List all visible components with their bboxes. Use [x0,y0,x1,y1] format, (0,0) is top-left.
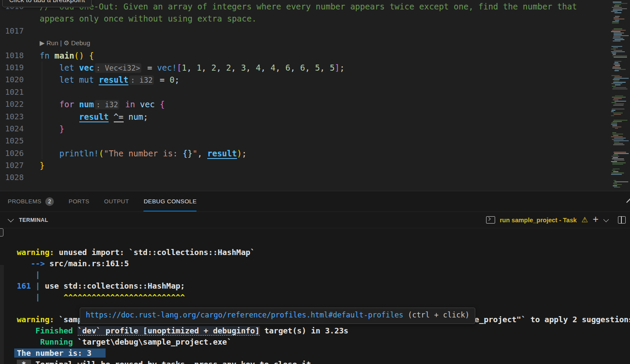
code-token [74,63,79,72]
line-number[interactable]: 1022 [0,98,24,110]
tab-label: PORTS [69,198,89,205]
code-token: ) [237,149,242,158]
chevron-down-icon[interactable] [8,216,14,222]
line-number[interactable]: 1025 [0,135,24,147]
terminal-dropdown-chevron-icon[interactable] [603,217,609,222]
split-terminal-button[interactable] [618,216,626,224]
line-number[interactable]: 1027 [0,159,24,171]
code-line[interactable]: 1026 println!("The number is: {}", resul… [0,147,610,159]
code-line[interactable]: 1020 let mut result: i32 = 0; [0,74,610,86]
minimap[interactable] [610,0,630,191]
code-token: 5 [315,63,320,72]
code-token: ; [143,112,148,121]
line-number[interactable]: 1021 [0,86,24,98]
code-token: 4 [271,63,275,72]
tab-ports[interactable]: PORTS [69,191,89,212]
code-token [17,337,40,346]
code-token: for [59,100,74,109]
code-content[interactable]: fn main() { [40,50,94,62]
code-token: ^^^^^^^^^^^^^^^^^^^^^^^^^^ [63,292,185,302]
line-number[interactable]: 1019 [0,62,24,74]
code-token: num [128,112,143,121]
codelens-run-link[interactable]: ▶ Run [40,39,58,47]
link-url[interactable]: https://doc.rust-lang.org/cargo/referenc… [86,311,403,319]
terminal-output[interactable]: warning: unused import: `std::collection… [0,228,630,364]
line-number[interactable]: 1020 [0,74,24,86]
line-number[interactable]: 1018 [0,50,24,62]
code-line[interactable]: 1028 [0,171,610,184]
line-number[interactable]: 1026 [0,147,24,159]
code-line[interactable]: 1025 [0,135,610,147]
code-token: 1 [182,63,187,72]
code-token [40,100,59,109]
codelens-row[interactable]: ▶ Run | ⚙ Debug [0,37,610,49]
code-line[interactable]: 1023 result ^= num; [0,111,610,123]
code-content[interactable]: } [40,159,44,171]
tab-output[interactable]: OUTPUT [104,191,129,212]
code-token: `target\debug\sample_project.exe` [73,337,231,346]
code-content[interactable]: let mut result: i32 = 0; [40,74,179,86]
code-token: 4 [256,63,261,72]
code-token: ] [335,63,340,72]
code-token: in [125,100,135,109]
code-content[interactable]: ▶ Run | ⚙ Debug [40,37,90,49]
code-token [155,100,159,109]
code-content[interactable]: result ^= num; [40,111,148,123]
warning-icon: ⚠ [581,216,588,224]
code-token: = [155,75,169,84]
indent-guide [42,86,42,98]
line-number[interactable]: 1024 [0,123,24,135]
terminal-icon [486,216,495,224]
code-editor[interactable]: 1016// Odd-One-Out: Given an array of in… [0,0,630,191]
code-token: ; [340,63,344,72]
line-number[interactable]: 1023 [0,111,24,123]
panel-maximize-chevron-icon[interactable] [626,198,630,206]
code-line[interactable]: 1022 for num: i32 in vec { [0,98,610,110]
terminal-line: | ^^^^^^^^^^^^^^^^^^^^^^^^^^ [0,292,630,303]
code-line[interactable]: 1027} [0,159,610,171]
tab-problems[interactable]: PROBLEMS2 [8,191,54,212]
link-hint: (ctrl + click) [403,311,470,319]
code-token: 2 [211,63,216,72]
code-content[interactable]: // Odd-One-Out: Given an array of intege… [40,0,577,12]
code-line[interactable]: 1017 [0,25,610,37]
code-token [40,75,59,84]
code-token: appears only once without using extra sp… [40,14,256,23]
code-token [84,51,89,60]
terminal-line: The number is: 3 [0,348,630,359]
code-line[interactable]: appears only once without using extra sp… [0,12,610,25]
line-number[interactable]: 1017 [0,25,24,37]
code-content[interactable]: } [40,123,64,135]
code-token [40,124,59,134]
codelens-debug-link[interactable]: ⚙ Debug [63,39,90,47]
indent-guide [42,135,42,147]
code-content[interactable]: let vec: Vec<i32> = vec![1, 1, 2, 2, 3, … [40,62,345,74]
code-line[interactable]: 1019 let vec: Vec<i32> = vec![1, 1, 2, 2… [0,62,610,74]
code-line[interactable]: 1018fn main() { [0,50,610,62]
code-content[interactable]: appears only once without using extra sp… [40,12,256,25]
new-terminal-button[interactable]: + [593,215,599,224]
code-token [40,63,59,72]
code-token: | [35,281,40,290]
tab-debug-console[interactable]: DEBUG CONSOLE [143,191,196,212]
code-token: result [99,75,128,85]
code-token: * [17,360,31,364]
code-token: "The number is: [104,149,183,158]
code-token: | [35,270,40,279]
terminal-task-label[interactable]: run sample_project - Task [500,217,577,224]
code-token: --> [31,259,45,268]
code-token: Running [40,337,73,346]
code-content[interactable]: println!("The number is: {}", result); [40,147,247,159]
code-token [135,100,140,109]
terminal-controls: run sample_project - Task ⚠ + [486,212,626,228]
code-token: result [207,149,237,159]
link-hover-tooltip: https://doc.rust-lang.org/cargo/referenc… [80,308,475,324]
code-lines-container[interactable]: 1016// Odd-One-Out: Given an array of in… [0,0,610,184]
code-token: 3 [241,63,246,72]
code-token: ^= [114,112,124,122]
code-line[interactable]: 1024 } [0,123,610,135]
code-line[interactable]: 1021 [0,86,610,98]
code-content[interactable]: for num: i32 in vec { [40,98,165,111]
line-number[interactable]: 1028 [0,171,24,184]
code-token: let [59,75,74,84]
